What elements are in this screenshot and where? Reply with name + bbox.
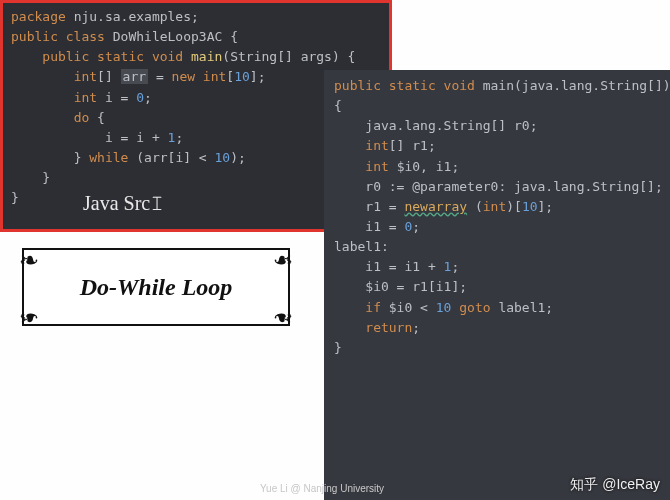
text-cursor-icon: 𝙸 xyxy=(150,192,164,214)
title-text: Do-While Loop xyxy=(80,274,233,301)
jimple-panel: public static void main(java.lang.String… xyxy=(324,70,670,500)
code-line: $i0 = r1[i1]; xyxy=(334,277,660,297)
java-src-label: Java Src𝙸 xyxy=(83,188,164,219)
flourish-icon: ❧ xyxy=(274,244,292,274)
code-line: } xyxy=(334,338,660,358)
code-line: label1: xyxy=(334,237,660,257)
code-line: return; xyxy=(334,318,660,338)
flourish-icon: ❧ xyxy=(274,304,292,334)
jimple-code: public static void main(java.lang.String… xyxy=(334,76,660,358)
code-line: public class DoWhileLoop3AC { xyxy=(11,27,381,47)
code-line: r1 = newarray (int)[10]; xyxy=(334,197,660,217)
code-line: int $i0, i1; xyxy=(334,157,660,177)
code-line: i1 = i1 + 1; xyxy=(334,257,660,277)
footer-credit: Yue Li @ Nanjing University xyxy=(260,483,384,494)
code-line: if $i0 < 10 goto label1; xyxy=(334,298,660,318)
code-line: public static void main(String[] args) { xyxy=(11,47,381,67)
flourish-icon: ❧ xyxy=(20,304,38,334)
code-line: r0 := @parameter0: java.lang.String[]; xyxy=(334,177,660,197)
code-line: package nju.sa.examples; xyxy=(11,7,381,27)
title-box: ❧ ❧ ❧ ❧ Do-While Loop xyxy=(22,248,290,326)
code-line: java.lang.String[] r0; xyxy=(334,116,660,136)
code-line: int[] r1; xyxy=(334,136,660,156)
code-line: { xyxy=(334,96,660,116)
code-line: i1 = 0; xyxy=(334,217,660,237)
watermark: 知乎 @IceRay xyxy=(570,476,660,494)
code-line: public static void main(java.lang.String… xyxy=(334,76,660,96)
flourish-icon: ❧ xyxy=(20,244,38,274)
